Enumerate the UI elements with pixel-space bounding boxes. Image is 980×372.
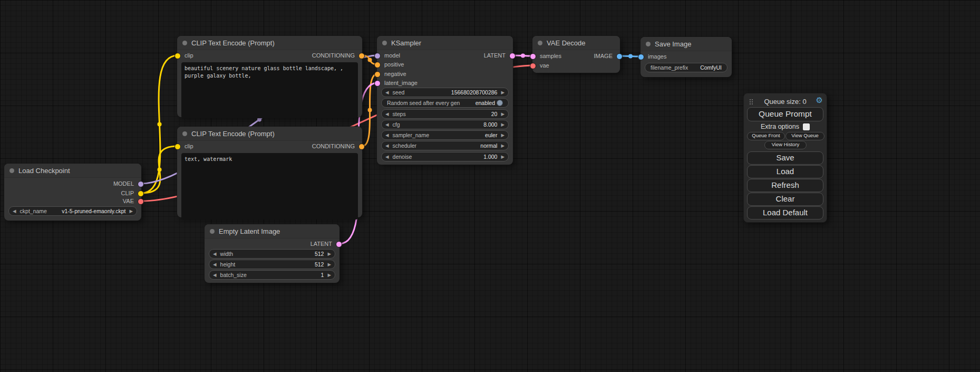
clear-button[interactable]: Clear xyxy=(747,193,823,206)
view-queue-button[interactable]: View Queue xyxy=(785,132,824,140)
input-slot-images: images xyxy=(648,53,666,60)
save-button[interactable]: Save xyxy=(747,151,823,165)
collapse-dot-icon[interactable] xyxy=(382,41,387,45)
node-save-image[interactable]: Save Image images filename_prefix ComfyU… xyxy=(641,37,732,77)
image-output-port[interactable] xyxy=(616,53,623,60)
conditioning-output-port[interactable] xyxy=(358,53,365,59)
collapse-dot-icon[interactable] xyxy=(182,131,187,136)
prev-arrow-icon[interactable]: ◀ xyxy=(385,133,389,138)
node-title: CLIP Text Encode (Prompt) xyxy=(191,39,275,47)
toggle-indicator[interactable] xyxy=(497,100,503,106)
widget-value: euler xyxy=(485,132,497,138)
prev-arrow-icon[interactable]: ◀ xyxy=(385,155,389,159)
next-arrow-icon[interactable]: ▶ xyxy=(501,144,504,148)
next-arrow-icon[interactable]: ▶ xyxy=(327,262,331,267)
node-title-bar[interactable]: Empty Latent Image xyxy=(205,224,339,239)
next-arrow-icon[interactable]: ▶ xyxy=(129,209,133,214)
node-ksampler[interactable]: KSampler model positive negative latent_… xyxy=(377,36,513,165)
images-input-port[interactable] xyxy=(638,54,644,60)
height-widget[interactable]: ◀ height 512 ▶ xyxy=(209,260,335,269)
next-arrow-icon[interactable]: ▶ xyxy=(501,90,504,95)
load-button[interactable]: Load xyxy=(747,165,823,178)
steps-widget[interactable]: ◀ steps 20 ▶ xyxy=(381,109,509,119)
prev-arrow-icon[interactable]: ◀ xyxy=(385,144,389,148)
sampler-name-widget[interactable]: ◀ sampler_name euler ▶ xyxy=(381,130,509,140)
node-title-bar[interactable]: Save Image xyxy=(641,37,732,51)
collapse-dot-icon[interactable] xyxy=(182,41,187,45)
negative-input-port[interactable] xyxy=(374,71,381,78)
conditioning-output-port[interactable] xyxy=(358,144,365,150)
next-arrow-icon[interactable]: ▶ xyxy=(501,133,504,138)
node-title-bar[interactable]: CLIP Text Encode (Prompt) xyxy=(177,36,362,50)
prev-arrow-icon[interactable]: ◀ xyxy=(213,273,217,278)
widget-value: 8.000 xyxy=(483,121,497,128)
negative-prompt-textarea[interactable]: text, watermark xyxy=(181,153,358,220)
collapse-dot-icon[interactable] xyxy=(9,168,14,173)
latent-output-port[interactable] xyxy=(336,241,342,247)
node-title-bar[interactable]: VAE Decode xyxy=(532,36,620,50)
prev-arrow-icon[interactable]: ◀ xyxy=(385,90,389,95)
next-arrow-icon[interactable]: ▶ xyxy=(327,252,331,256)
filename-prefix-widget[interactable]: filename_prefix ComfyUI xyxy=(645,63,727,72)
clip-input-port[interactable] xyxy=(174,144,181,150)
seed-widget[interactable]: ◀ seed 156680208700286 ▶ xyxy=(381,88,509,97)
node-clip-text-encode-negative[interactable]: CLIP Text Encode (Prompt) clip CONDITION… xyxy=(177,127,362,217)
ckpt-name-widget[interactable]: ◀ ckpt_name v1-5-pruned-emaonly.ckpt ▶ xyxy=(8,206,137,216)
latent-image-input-port[interactable] xyxy=(374,80,381,87)
next-arrow-icon[interactable]: ▶ xyxy=(327,273,331,278)
next-arrow-icon[interactable]: ▶ xyxy=(501,122,504,127)
node-title-bar[interactable]: CLIP Text Encode (Prompt) xyxy=(177,127,362,141)
prev-arrow-icon[interactable]: ◀ xyxy=(13,209,16,214)
scheduler-widget[interactable]: ◀ scheduler normal ▶ xyxy=(381,141,509,150)
collapse-dot-icon[interactable] xyxy=(646,42,651,46)
queue-front-button[interactable]: Queue Front xyxy=(747,132,785,140)
samples-input-port[interactable] xyxy=(530,53,536,60)
input-slot-negative: negative xyxy=(384,71,406,77)
clip-input-port[interactable] xyxy=(174,53,181,59)
node-empty-latent-image[interactable]: Empty Latent Image LATENT ◀ width 512 ▶ … xyxy=(205,224,339,283)
refresh-button[interactable]: Refresh xyxy=(747,179,823,192)
prev-arrow-icon[interactable]: ◀ xyxy=(385,122,389,127)
vae-input-port[interactable] xyxy=(530,63,536,69)
next-arrow-icon[interactable]: ▶ xyxy=(501,155,504,159)
node-title-bar[interactable]: KSampler xyxy=(377,36,513,50)
queue-menu-panel[interactable]: Queue size: 0 ⚙ Queue Prompt Extra optio… xyxy=(743,93,827,223)
denoise-widget[interactable]: ◀ denoise 1.000 ▶ xyxy=(381,152,509,161)
widget-value: 156680208700286 xyxy=(451,89,498,96)
positive-input-port[interactable] xyxy=(374,62,381,68)
node-graph-canvas[interactable]: Load Checkpoint MODEL CLIP VAE ◀ ckpt_na… xyxy=(0,0,980,372)
output-slot-latent: LATENT xyxy=(311,241,332,247)
link-midpoint-dot xyxy=(368,108,372,112)
node-title-bar[interactable]: Load Checkpoint xyxy=(4,164,141,178)
clip-output-port[interactable] xyxy=(138,190,144,197)
node-title: VAE Decode xyxy=(547,39,585,47)
widget-value: enabled xyxy=(476,100,495,106)
latent-output-port[interactable] xyxy=(509,53,516,59)
prev-arrow-icon[interactable]: ◀ xyxy=(385,112,389,117)
random-seed-toggle-widget[interactable]: Random seed after every gen enabled xyxy=(381,98,509,108)
batch-size-widget[interactable]: ◀ batch_size 1 ▶ xyxy=(209,270,335,280)
next-arrow-icon[interactable]: ▶ xyxy=(501,112,504,117)
view-history-button[interactable]: View History xyxy=(764,141,807,149)
settings-gear-icon[interactable]: ⚙ xyxy=(816,96,823,105)
queue-prompt-button[interactable]: Queue Prompt xyxy=(747,107,823,121)
node-title: Load Checkpoint xyxy=(18,167,70,175)
cfg-widget[interactable]: ◀ cfg 8.000 ▶ xyxy=(381,120,509,129)
node-load-checkpoint[interactable]: Load Checkpoint MODEL CLIP VAE ◀ ckpt_na… xyxy=(4,164,141,221)
collapse-dot-icon[interactable] xyxy=(210,229,215,234)
model-output-port[interactable] xyxy=(138,181,144,187)
load-default-button[interactable]: Load Default xyxy=(747,206,823,220)
widget-value: normal xyxy=(480,142,497,149)
vae-output-port[interactable] xyxy=(138,198,144,205)
node-vae-decode[interactable]: VAE Decode samples vae IMAGE xyxy=(532,36,620,73)
model-input-port[interactable] xyxy=(374,53,381,59)
node-clip-text-encode-positive[interactable]: CLIP Text Encode (Prompt) clip CONDITION… xyxy=(177,36,362,117)
prev-arrow-icon[interactable]: ◀ xyxy=(213,262,217,267)
widget-value: 512 xyxy=(315,251,324,257)
extra-options-checkbox[interactable] xyxy=(803,123,810,130)
prev-arrow-icon[interactable]: ◀ xyxy=(213,252,217,256)
collapse-dot-icon[interactable] xyxy=(538,41,542,45)
widget-value: 512 xyxy=(315,261,324,268)
positive-prompt-textarea[interactable]: beautiful scenery nature glass bottle la… xyxy=(181,62,358,118)
width-widget[interactable]: ◀ width 512 ▶ xyxy=(209,249,335,259)
